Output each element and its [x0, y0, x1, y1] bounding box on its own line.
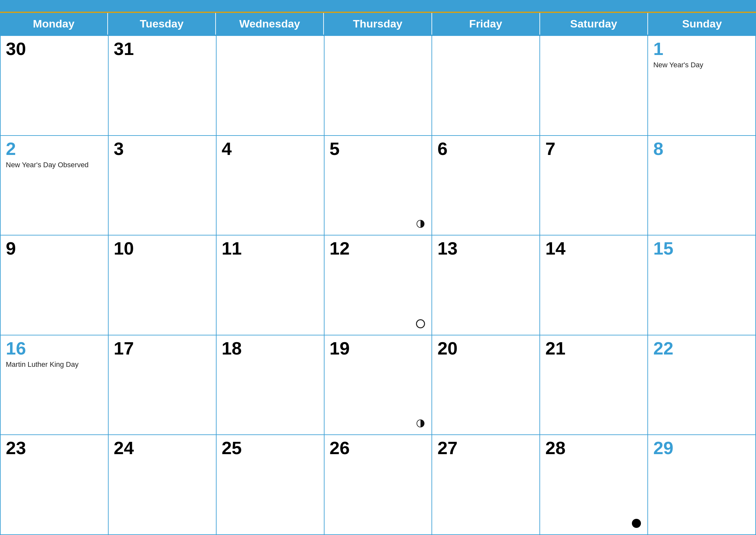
calendar-cell-18: 13: [432, 236, 540, 335]
calendar-cell-34: 29: [648, 435, 756, 535]
calendar-wrapper: MondayTuesdayWednesdayThursdayFridaySatu…: [0, 0, 756, 535]
day-number: 17: [114, 339, 211, 357]
calendar-cell-14: 9: [1, 236, 109, 335]
calendar-cell-32: 27: [432, 435, 540, 535]
calendar-cell-2: [217, 36, 325, 136]
day-number: 25: [222, 439, 319, 457]
calendar-cell-16: 11: [217, 236, 325, 335]
day-number: 6: [437, 140, 534, 158]
day-event: Martin Luther King Day: [6, 360, 103, 369]
day-number: 10: [114, 239, 211, 258]
calendar-cell-5: [540, 36, 648, 136]
day-number: 27: [437, 439, 534, 457]
day-headers-row: MondayTuesdayWednesdayThursdayFridaySatu…: [0, 13, 756, 35]
day-header-sunday: Sunday: [648, 13, 756, 35]
day-number: 19: [330, 339, 427, 357]
calendar-cell-0: 30: [1, 36, 109, 136]
day-number: 16: [6, 339, 103, 357]
day-number: 18: [222, 339, 319, 357]
calendar-header: [0, 0, 756, 13]
calendar-grid: 30311New Year's Day2New Year's Day Obser…: [0, 35, 756, 535]
calendar-cell-21: 16Martin Luther King Day: [1, 335, 109, 436]
moon-half-icon: [416, 419, 425, 428]
day-number: 21: [545, 339, 642, 357]
calendar-cell-31: 26: [325, 435, 432, 535]
day-number: 2: [6, 140, 103, 158]
day-number: 11: [222, 239, 319, 258]
calendar-cell-29: 24: [109, 435, 217, 535]
calendar-cell-24: 19: [325, 335, 432, 436]
day-number: 31: [114, 40, 211, 58]
day-number: 14: [545, 239, 642, 258]
day-number: 7: [545, 140, 642, 158]
day-number: 15: [653, 239, 750, 258]
moon-half-icon: [416, 219, 425, 228]
calendar-cell-8: 3: [109, 136, 217, 236]
calendar-cell-9: 4: [217, 136, 325, 236]
day-number: 30: [6, 40, 103, 58]
day-number: 8: [653, 140, 750, 158]
day-number: 23: [6, 439, 103, 457]
day-number: 26: [330, 439, 427, 457]
day-number: 20: [437, 339, 534, 357]
day-event: New Year's Day: [653, 61, 750, 70]
day-number: 24: [114, 439, 211, 457]
moon-new-icon: [416, 319, 425, 328]
day-event: New Year's Day Observed: [6, 160, 103, 170]
day-number: 29: [653, 439, 750, 457]
calendar-cell-1: 31: [109, 36, 217, 136]
day-number: 28: [545, 439, 642, 457]
calendar-cell-26: 21: [540, 335, 648, 436]
calendar-cell-22: 17: [109, 335, 217, 436]
day-number: 3: [114, 140, 211, 158]
calendar-cell-25: 20: [432, 335, 540, 436]
calendar-cell-20: 15: [648, 236, 756, 335]
day-number: 5: [330, 140, 427, 158]
day-header-saturday: Saturday: [540, 13, 648, 35]
calendar-cell-12: 7: [540, 136, 648, 236]
calendar-cell-19: 14: [540, 236, 648, 335]
day-number: 22: [653, 339, 750, 357]
calendar-cell-13: 8: [648, 136, 756, 236]
calendar-cell-10: 5: [325, 136, 432, 236]
calendar-cell-15: 10: [109, 236, 217, 335]
calendar-cell-6: 1New Year's Day: [648, 36, 756, 136]
moon-full-icon: [632, 519, 641, 528]
calendar-cell-27: 22: [648, 335, 756, 436]
day-header-thursday: Thursday: [324, 13, 432, 35]
calendar-cell-7: 2New Year's Day Observed: [1, 136, 109, 236]
calendar-cell-33: 28: [540, 435, 648, 535]
day-number: 4: [222, 140, 319, 158]
day-number: 1: [653, 40, 750, 58]
calendar-cell-28: 23: [1, 435, 109, 535]
calendar-cell-30: 25: [217, 435, 325, 535]
calendar-cell-4: [432, 36, 540, 136]
calendar-cell-3: [325, 36, 432, 136]
day-number: 13: [437, 239, 534, 258]
calendar-cell-17: 12: [325, 236, 432, 335]
calendar-cell-23: 18: [217, 335, 325, 436]
calendar-cell-11: 6: [432, 136, 540, 236]
day-header-tuesday: Tuesday: [108, 13, 216, 35]
day-header-monday: Monday: [0, 13, 108, 35]
day-header-wednesday: Wednesday: [216, 13, 324, 35]
day-number: 12: [330, 239, 427, 258]
day-header-friday: Friday: [432, 13, 540, 35]
day-number: 9: [6, 239, 103, 258]
